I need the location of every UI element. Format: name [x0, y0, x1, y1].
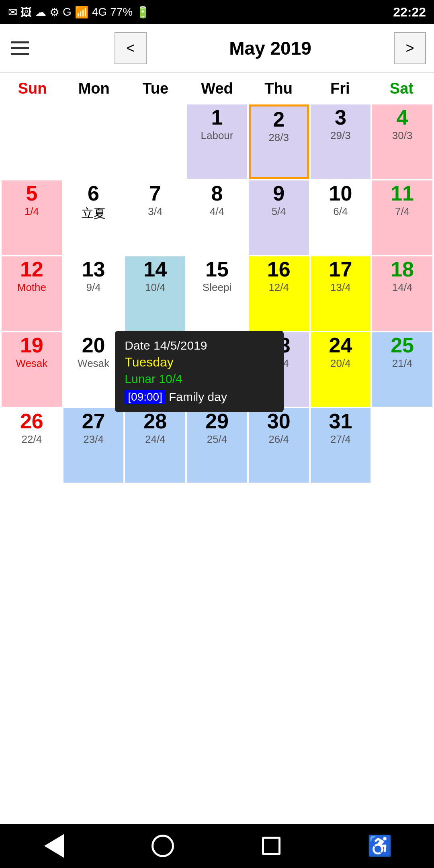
lunar-date: 7/4	[395, 205, 409, 218]
lunar-date: Wesak	[16, 357, 47, 370]
day-number: 16	[267, 259, 291, 280]
day-cell-20[interactable]: 20 Wesak	[63, 332, 124, 407]
empty-cell	[63, 104, 124, 179]
day-number: 30	[267, 411, 291, 432]
back-button[interactable]	[38, 830, 70, 862]
day-number: 31	[329, 411, 352, 432]
next-month-button[interactable]: >	[394, 32, 426, 64]
day-cell-1[interactable]: 1 Labour	[187, 104, 247, 179]
bottom-navigation: ♿	[0, 824, 434, 868]
day-number: 2	[273, 109, 285, 130]
day-cell-14[interactable]: 14 10/4 Date 14/5/2019 Tuesday Lunar 10/…	[125, 256, 185, 331]
day-headers: Sun Mon Tue Wed Thu Fri Sat	[0, 73, 434, 104]
hamburger-line	[11, 41, 29, 43]
day-number: 26	[20, 411, 43, 432]
calendar-week-3: 12 Mothe 13 9/4 14 10/4 Date 14/5/2019 T…	[2, 256, 432, 331]
day-cell-23[interactable]: 23 19/4	[249, 332, 309, 407]
lunar-date: 27/4	[330, 433, 351, 446]
recents-icon	[262, 837, 280, 855]
day-cell-5[interactable]: 5 1/4	[2, 180, 62, 255]
lunar-date: 立夏	[82, 205, 106, 222]
day-number: 17	[329, 259, 352, 280]
day-number: 18	[391, 259, 414, 280]
day-number: 12	[20, 259, 43, 280]
day-cell-30[interactable]: 30 26/4	[249, 408, 309, 483]
menu-button[interactable]	[8, 36, 32, 60]
day-cell-19[interactable]: 19 Wesak	[2, 332, 62, 407]
day-number: 15	[205, 259, 229, 280]
lunar-date: Wesak	[78, 357, 109, 370]
day-number: 21	[143, 335, 167, 356]
hamburger-line	[11, 47, 29, 49]
accessibility-icon: ♿	[367, 834, 392, 858]
lunar-date: 小满	[143, 357, 167, 374]
image-icon: 🖼	[20, 6, 32, 19]
lunar-date: 25/4	[207, 433, 227, 446]
lunar-date: Labour	[201, 129, 233, 142]
lunar-date: 22/4	[22, 433, 42, 446]
whitespace-area	[0, 653, 434, 824]
day-cell-7[interactable]: 7 3/4	[125, 180, 185, 255]
calendar-week-4: 19 Wesak 20 Wesak 21 小满 22 Nuzul 23 19/4…	[2, 332, 432, 407]
day-cell-26[interactable]: 26 22/4	[2, 408, 62, 483]
lunar-date: 13/4	[330, 281, 351, 294]
back-icon	[44, 834, 64, 858]
day-cell-11[interactable]: 11 7/4	[372, 180, 432, 255]
cloud-icon: ☁	[35, 6, 46, 19]
day-cell-27[interactable]: 27 23/4	[63, 408, 124, 483]
day-number: 9	[273, 183, 285, 204]
day-cell-18[interactable]: 18 14/4	[372, 256, 432, 331]
day-cell-16[interactable]: 16 12/4	[249, 256, 309, 331]
day-cell-25[interactable]: 25 21/4	[372, 332, 432, 407]
day-cell-12[interactable]: 12 Mothe	[2, 256, 62, 331]
accessibility-button[interactable]: ♿	[364, 830, 396, 862]
lunar-date: 6/4	[333, 205, 348, 218]
day-number: 1	[211, 107, 223, 128]
status-icons: ✉ 🖼 ☁ ⚙ G 📶 4G 77% 🔋	[8, 6, 150, 19]
day-cell-17[interactable]: 17 13/4	[311, 256, 371, 331]
settings-icon: ⚙	[49, 6, 59, 19]
lunar-date: 21/4	[392, 357, 413, 370]
calendar-week-2: 5 1/4 6 立夏 7 3/4 8 4/4 9 5/4 10 6/4 11 7…	[2, 180, 432, 255]
day-cell-6[interactable]: 6 立夏	[63, 180, 124, 255]
day-cell-29[interactable]: 29 25/4	[187, 408, 247, 483]
calendar-week-1: 1 Labour 2 28/3 3 29/3 4 30/3	[2, 104, 432, 179]
mail-icon: ✉	[8, 6, 17, 19]
day-cell-3[interactable]: 3 29/3	[311, 104, 371, 179]
lunar-date: Sleepi	[203, 281, 231, 294]
home-button[interactable]	[147, 830, 179, 862]
day-number: 5	[26, 183, 37, 204]
day-number: 8	[211, 183, 223, 204]
lunar-date: 14/4	[392, 281, 413, 294]
day-cell-28[interactable]: 28 24/4	[125, 408, 185, 483]
day-cell-24[interactable]: 24 20/4	[311, 332, 371, 407]
day-cell-21[interactable]: 21 小满	[125, 332, 185, 407]
lunar-date: 19/4	[268, 357, 289, 370]
day-header-fri: Fri	[309, 77, 371, 100]
day-number: 23	[267, 335, 291, 356]
day-number: 11	[391, 183, 414, 204]
day-cell-15[interactable]: 15 Sleepi	[187, 256, 247, 331]
day-cell-10[interactable]: 10 6/4	[311, 180, 371, 255]
day-cell-13[interactable]: 13 9/4	[63, 256, 124, 331]
day-number: 29	[205, 411, 229, 432]
day-cell-8[interactable]: 8 4/4	[187, 180, 247, 255]
lunar-date: 5/4	[272, 205, 286, 218]
calendar-week-5: 26 22/4 27 23/4 28 24/4 29 25/4 30 26/4 …	[2, 408, 432, 483]
lunar-date: 20/4	[330, 357, 351, 370]
day-number: 4	[397, 107, 408, 128]
day-cell-2[interactable]: 2 28/3	[249, 104, 309, 179]
day-cell-22[interactable]: 22 Nuzul	[187, 332, 247, 407]
recents-button[interactable]	[255, 830, 287, 862]
empty-cell	[2, 104, 62, 179]
day-cell-4[interactable]: 4 30/3	[372, 104, 432, 179]
day-number: 25	[391, 335, 414, 356]
day-cell-31[interactable]: 31 27/4	[311, 408, 371, 483]
lunar-date: Mothe	[17, 281, 46, 294]
home-icon	[151, 835, 174, 857]
day-number: 27	[82, 411, 105, 432]
lunar-date: 10/4	[145, 281, 166, 294]
prev-month-button[interactable]: <	[115, 32, 147, 64]
day-cell-9[interactable]: 9 5/4	[249, 180, 309, 255]
lunar-date: 3/4	[148, 205, 162, 218]
